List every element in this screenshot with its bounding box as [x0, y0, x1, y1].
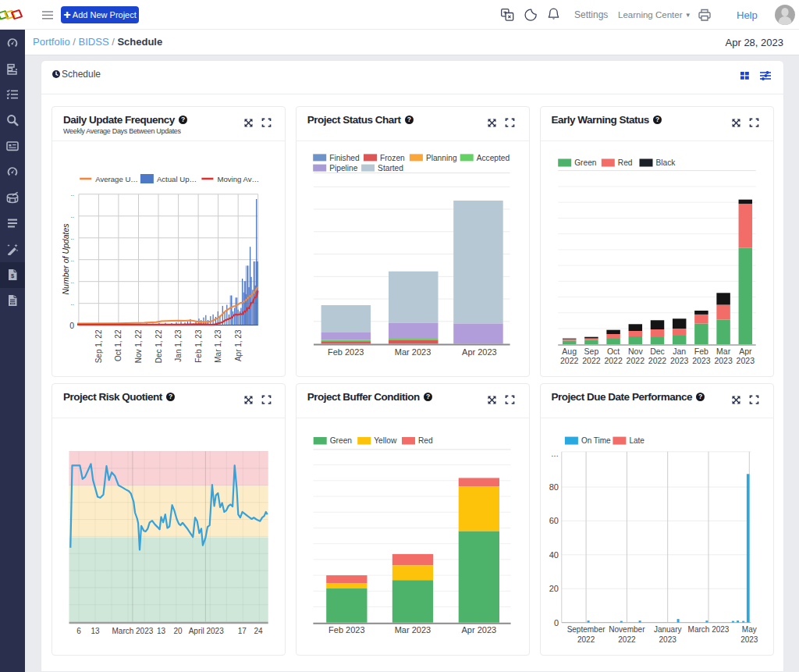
svg-text:Mar 2023: Mar 2023: [394, 625, 430, 635]
svg-text:Feb 2023: Feb 2023: [328, 347, 364, 357]
svg-text:2023: 2023: [670, 356, 689, 365]
svg-text:Frozen: Frozen: [380, 154, 405, 162]
svg-text:2022: 2022: [560, 356, 579, 365]
svg-text:Mar: Mar: [716, 347, 731, 356]
svg-text:80: 80: [549, 482, 558, 492]
svg-text:Pipeline: Pipeline: [329, 164, 358, 172]
svg-text:Nov: Nov: [628, 347, 643, 356]
svg-text:2022: 2022: [626, 356, 645, 365]
svg-text:March 2023: March 2023: [687, 625, 729, 634]
svg-text:May: May: [741, 625, 756, 634]
svg-text:Jan 1, 23: Jan 1, 23: [174, 329, 183, 362]
svg-text:Actual Up…: Actual Up…: [157, 175, 197, 183]
svg-text:Accepted: Accepted: [476, 154, 510, 162]
svg-text:Started: Started: [378, 164, 403, 172]
svg-text:2022: 2022: [604, 356, 623, 365]
svg-text:2023: 2023: [736, 356, 755, 365]
svg-text:Apr: Apr: [739, 347, 752, 356]
svg-text:0: 0: [553, 618, 558, 628]
svg-text:Apr 1, 23: Apr 1, 23: [234, 329, 243, 361]
svg-text:..: ..: [71, 278, 74, 285]
svg-text:Feb: Feb: [694, 347, 708, 356]
svg-text:24: 24: [254, 627, 264, 635]
svg-text:13: 13: [91, 627, 100, 635]
svg-text:Nov 1, 22: Nov 1, 22: [134, 329, 143, 363]
svg-text:Planning: Planning: [426, 154, 457, 162]
svg-text:April 2023: April 2023: [189, 627, 224, 635]
svg-text:November: November: [609, 625, 645, 634]
svg-text:..: ..: [71, 190, 74, 197]
svg-text:Dec: Dec: [650, 347, 665, 356]
svg-text:2022: 2022: [648, 356, 666, 365]
svg-text:Moving Av…: Moving Av…: [217, 175, 259, 183]
svg-text:20: 20: [173, 627, 183, 635]
svg-text:Oct 1, 22: Oct 1, 22: [114, 329, 123, 361]
svg-text:Green: Green: [574, 158, 596, 167]
svg-text:January: January: [654, 625, 682, 634]
svg-text:0: 0: [69, 321, 74, 330]
svg-text:40: 40: [549, 550, 558, 560]
svg-text:2023: 2023: [740, 635, 758, 644]
svg-text:Sep 1, 22: Sep 1, 22: [94, 329, 103, 363]
svg-text:Apr 2023: Apr 2023: [462, 347, 497, 357]
svg-text:20: 20: [549, 584, 558, 593]
svg-text:Late: Late: [629, 436, 645, 445]
svg-text:Oct: Oct: [607, 347, 620, 356]
svg-text:Red: Red: [617, 158, 632, 167]
svg-text:…: …: [551, 450, 559, 458]
svg-text:Feb 1, 23: Feb 1, 23: [194, 329, 203, 363]
svg-text:Mar 2023: Mar 2023: [395, 347, 431, 357]
svg-text:2023: 2023: [692, 356, 711, 365]
svg-text:13: 13: [157, 627, 166, 635]
svg-text:March 2023: March 2023: [112, 627, 153, 635]
svg-text:6: 6: [76, 627, 81, 635]
svg-text:17: 17: [238, 627, 247, 635]
svg-text:Dec 1, 22: Dec 1, 22: [154, 329, 163, 363]
svg-text:Mar 1, 23: Mar 1, 23: [214, 329, 222, 363]
svg-text:Black: Black: [655, 158, 676, 167]
svg-text:Aug: Aug: [562, 347, 577, 356]
svg-text:Red: Red: [418, 436, 433, 445]
svg-text:..: ..: [71, 300, 74, 307]
svg-text:Number of Updates: Number of Updates: [61, 223, 70, 295]
svg-text:Finished: Finished: [329, 154, 360, 162]
svg-text:2023: 2023: [659, 635, 676, 644]
svg-text:2022: 2022: [577, 635, 595, 644]
svg-text:..: ..: [71, 234, 74, 241]
svg-text:Sep: Sep: [584, 347, 598, 356]
svg-text:Green: Green: [329, 436, 351, 445]
svg-text:2022: 2022: [582, 356, 601, 365]
svg-text:Yellow: Yellow: [374, 436, 397, 445]
svg-text:2022: 2022: [618, 635, 636, 644]
svg-text:..: ..: [71, 256, 74, 263]
svg-text:Jan: Jan: [673, 347, 686, 356]
svg-text:Average U…: Average U…: [95, 175, 138, 183]
svg-text:On Time: On Time: [581, 436, 610, 445]
svg-text:2023: 2023: [714, 356, 733, 365]
svg-text:September: September: [566, 625, 605, 634]
svg-text:60: 60: [549, 516, 558, 525]
svg-text:..: ..: [71, 212, 74, 219]
svg-text:Apr 2023: Apr 2023: [461, 625, 496, 635]
svg-text:Feb 2023: Feb 2023: [328, 625, 364, 635]
